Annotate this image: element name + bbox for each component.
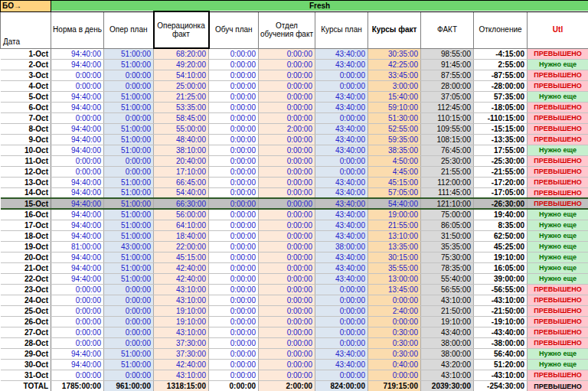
cell-courses-plan[interactable]: 38:00:00	[315, 241, 368, 252]
cell-norm-per-day[interactable]: 0:00:00	[51, 112, 104, 123]
cell-courses-fact[interactable]: 4:50:00	[368, 155, 421, 166]
cell-training-plan[interactable]: 0:00:00	[209, 241, 259, 252]
cell-date[interactable]: 28-Oct	[1, 337, 51, 348]
cell-oper-plan[interactable]: 51:00:00	[104, 252, 154, 262]
cell-deviation[interactable]: -43:40:00	[474, 327, 528, 337]
cell-fact[interactable]: 43:20:00	[421, 359, 474, 370]
cell-training-dept-fact[interactable]: 0:00:00	[259, 145, 315, 155]
cell-date[interactable]: 10-Oct	[1, 145, 51, 155]
cell-training-plan[interactable]: 0:00:00	[209, 187, 259, 198]
cell-oper-plan[interactable]: 0:00:00	[104, 80, 154, 91]
cell-training-plan[interactable]: 0:00:00	[209, 102, 259, 112]
cell-oper-plan[interactable]: 51:00:00	[104, 177, 154, 187]
cell-norm-per-day[interactable]: 0:00:00	[51, 327, 104, 337]
cell-norm-per-day[interactable]: 0:00:00	[51, 155, 104, 166]
cell-deviation[interactable]: -4:15:00	[474, 48, 528, 59]
cell-date[interactable]: 5-Oct	[1, 91, 51, 102]
cell-norm-per-day[interactable]: 94:40:00	[51, 252, 104, 262]
cell-utl[interactable]: Нужно еще	[528, 241, 588, 252]
cell-deviation[interactable]: -43:10:00	[474, 295, 528, 305]
cell-norm-per-day[interactable]: 0:00:00	[51, 316, 104, 327]
cell-oper-plan[interactable]: 43:00:00	[104, 241, 154, 252]
cell-fact[interactable]: 43:10:00	[421, 295, 474, 305]
cell-oper-plan[interactable]: 51:00:00	[104, 48, 154, 59]
cell-norm-per-day[interactable]: 0:00:00	[51, 284, 104, 295]
cell-training-dept-fact[interactable]: 0:00:00	[259, 220, 315, 230]
cell-fact[interactable]: 76:45:00	[421, 145, 474, 155]
cell-date[interactable]: 6-Oct	[1, 102, 51, 112]
cell-norm-per-day[interactable]: 94:40:00	[51, 187, 104, 198]
cell-oper-plan[interactable]: 51:00:00	[104, 348, 154, 359]
cell-date[interactable]: 25-Oct	[1, 305, 51, 316]
cell-deviation[interactable]: 62:50:00	[474, 230, 528, 241]
cell-training-dept-fact[interactable]: 0:00:00	[259, 209, 315, 220]
cell-utl[interactable]: Нужно еще	[528, 209, 588, 220]
cell-deviation[interactable]: 45:25:00	[474, 241, 528, 252]
header-oper-plan[interactable]: Опер план	[104, 11, 154, 48]
cell-deviation[interactable]: 19:10:00	[474, 252, 528, 262]
header-fact[interactable]: ФАКТ	[421, 11, 474, 48]
cell-fact[interactable]: 31:50:00	[421, 230, 474, 241]
cell-operations-fact[interactable]: 1318:15:00	[154, 380, 209, 391]
cell-norm-per-day[interactable]: 94:40:00	[51, 177, 104, 187]
cell-oper-plan[interactable]: 51:00:00	[104, 359, 154, 370]
cell-operations-fact[interactable]: 54:40:00	[154, 187, 209, 198]
cell-deviation[interactable]: -56:55:00	[474, 284, 528, 295]
cell-date[interactable]: 31-Oct	[1, 370, 51, 380]
cell-courses-plan[interactable]: 43:40:00	[315, 230, 368, 241]
cell-utl[interactable]: Нужно еще	[528, 230, 588, 241]
cell-courses-fact[interactable]: 45:15:00	[368, 177, 421, 187]
cell-date[interactable]: 22-Oct	[1, 273, 51, 284]
cell-operations-fact[interactable]: 18:40:00	[154, 230, 209, 241]
cell-training-plan[interactable]: 0:00:00	[209, 316, 259, 327]
cell-operations-fact[interactable]: 37:30:00	[154, 337, 209, 348]
cell-training-dept-fact[interactable]: 0:00:00	[259, 241, 315, 252]
cell-date[interactable]: 15-Oct	[1, 198, 51, 209]
cell-fact[interactable]: 43:40:00	[421, 327, 474, 337]
cell-deviation[interactable]: -254:30:00	[474, 380, 528, 391]
cell-deviation[interactable]: -19:10:00	[474, 316, 528, 327]
cell-oper-plan[interactable]: 51:00:00	[104, 209, 154, 220]
cell-oper-plan[interactable]: 51:00:00	[104, 59, 154, 70]
cell-courses-plan[interactable]: 0:00:00	[315, 80, 368, 91]
cell-date[interactable]: 7-Oct	[1, 112, 51, 123]
cell-courses-fact[interactable]: 19:00:00	[368, 209, 421, 220]
cell-fact[interactable]: 111:45:00	[421, 187, 474, 198]
cell-norm-per-day[interactable]: 94:40:00	[51, 359, 104, 370]
cell-oper-plan[interactable]: 0:00:00	[104, 70, 154, 80]
cell-norm-per-day[interactable]: 94:40:00	[51, 102, 104, 112]
cell-norm-per-day[interactable]: 94:40:00	[51, 348, 104, 359]
cell-training-plan[interactable]: 0:00:00	[209, 145, 259, 155]
cell-date[interactable]: 19-Oct	[1, 241, 51, 252]
cell-norm-per-day[interactable]: 94:40:00	[51, 134, 104, 145]
cell-date[interactable]: 24-Oct	[1, 295, 51, 305]
cell-training-plan[interactable]: 0:00:00	[209, 348, 259, 359]
cell-courses-plan[interactable]: 0:00:00	[315, 327, 368, 337]
cell-operations-fact[interactable]: 66:45:00	[154, 177, 209, 187]
cell-courses-plan[interactable]: 43:40:00	[315, 359, 368, 370]
cell-training-dept-fact[interactable]: 2:00:00	[259, 380, 315, 391]
cell-operations-fact[interactable]: 22:00:00	[154, 241, 209, 252]
cell-utl[interactable]: Нужно еще	[528, 262, 588, 273]
cell-utl[interactable]: Нужно еще	[528, 273, 588, 284]
cell-operations-fact[interactable]: 54:10:00	[154, 70, 209, 80]
header-courses-plan[interactable]: Курсы план	[315, 11, 368, 48]
cell-oper-plan[interactable]: 0:00:00	[104, 337, 154, 348]
cell-courses-plan[interactable]: 43:40:00	[315, 273, 368, 284]
cell-courses-plan[interactable]: 0:00:00	[315, 284, 368, 295]
cell-utl[interactable]: ПРЕВЫШЕНО	[528, 177, 588, 187]
cell-training-dept-fact[interactable]: 0:00:00	[259, 102, 315, 112]
cell-courses-fact[interactable]: 30:15:00	[368, 252, 421, 262]
cell-training-plan[interactable]: 0:00:00	[209, 59, 259, 70]
cell-fact[interactable]: 78:35:00	[421, 262, 474, 273]
cell-date[interactable]: 2-Oct	[1, 59, 51, 70]
cell-fact[interactable]: 91:45:00	[421, 59, 474, 70]
cell-courses-fact[interactable]: 54:40:00	[368, 198, 421, 209]
cell-fact[interactable]: 38:00:00	[421, 337, 474, 348]
cell-deviation[interactable]: -28:00:00	[474, 80, 528, 91]
cell-date[interactable]: 27-Oct	[1, 327, 51, 337]
cell-utl[interactable]: ПРЕВЫШЕНО	[528, 284, 588, 295]
cell-deviation[interactable]: -13:35:00	[474, 134, 528, 145]
cell-utl[interactable]: ПРЕВЫШЕНО	[528, 70, 588, 80]
cell-courses-fact[interactable]: 13:35:00	[368, 241, 421, 252]
